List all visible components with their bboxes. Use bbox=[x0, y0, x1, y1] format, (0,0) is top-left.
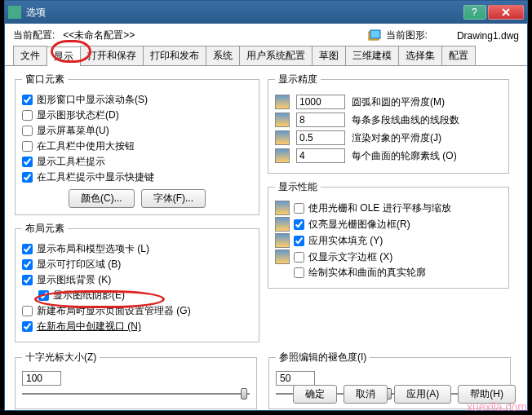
crosshair-group: 十字光标大小(Z) 100 bbox=[15, 351, 257, 409]
arc-smoothness-input[interactable] bbox=[296, 95, 345, 109]
current-config-label: 当前配置: bbox=[13, 29, 55, 42]
close-button[interactable] bbox=[488, 5, 524, 20]
display-precision-legend: 显示精度 bbox=[275, 73, 321, 86]
config-header: 当前配置: <<未命名配置>> 当前图形: Drawing1.dwg bbox=[5, 24, 527, 46]
current-drawing-label: 当前图形: bbox=[386, 29, 428, 42]
ok-button[interactable]: 确定 bbox=[293, 385, 337, 404]
app-icon bbox=[8, 6, 21, 19]
precision-icon bbox=[275, 130, 290, 145]
help-button-footer[interactable]: 帮助(H) bbox=[458, 385, 516, 404]
crosshair-legend: 十字光标大小(Z) bbox=[22, 351, 100, 364]
refedit-value[interactable]: 50 bbox=[276, 371, 315, 386]
chk-text-frame-only[interactable] bbox=[294, 252, 304, 263]
perf-icon bbox=[275, 217, 290, 232]
help-button[interactable]: ? bbox=[463, 5, 486, 20]
slider-handle[interactable] bbox=[241, 388, 247, 400]
contour-lines-input[interactable] bbox=[296, 148, 345, 163]
chk-drawing-status[interactable] bbox=[22, 110, 33, 121]
current-config-value: <<未命名配置>> bbox=[63, 29, 218, 42]
precision-icon bbox=[275, 95, 290, 109]
tab-profiles[interactable]: 配置 bbox=[441, 46, 476, 65]
tab-print-publish[interactable]: 打印和发布 bbox=[143, 46, 206, 65]
fonts-button[interactable]: 字体(F)... bbox=[141, 189, 206, 208]
display-performance-legend: 显示性能 bbox=[275, 180, 321, 194]
chk-shortcut-in-tooltip[interactable] bbox=[22, 172, 33, 183]
window-elements-legend: 窗口元素 bbox=[22, 73, 68, 86]
tab-strip: 文件 显示 打开和保存 打印和发布 系统 用户系统配置 草图 三维建模 选择集 … bbox=[5, 46, 527, 66]
chk-create-viewport[interactable] bbox=[22, 321, 33, 332]
tab-drafting[interactable]: 草图 bbox=[312, 46, 346, 65]
tab-selection[interactable]: 选择集 bbox=[398, 46, 442, 65]
tab-file[interactable]: 文件 bbox=[13, 46, 47, 65]
render-smoothness-input[interactable] bbox=[296, 130, 345, 145]
chk-true-silhouettes[interactable] bbox=[294, 267, 304, 278]
svg-text:?: ? bbox=[472, 8, 477, 16]
display-precision-group: 显示精度 圆弧和圆的平滑度(M) 每条多段线曲线的线段数 渲染对象的平滑度(J)… bbox=[268, 73, 509, 174]
crosshair-value[interactable]: 100 bbox=[22, 371, 61, 386]
tab-display[interactable]: 显示 bbox=[47, 46, 81, 66]
refedit-legend: 参照编辑的褪色度(I) bbox=[276, 351, 370, 364]
dialog-footer: 确定 取消 应用(A) 帮助(H) bbox=[293, 385, 516, 404]
layout-elements-group: 布局元素 显示布局和模型选项卡 (L) 显示可打印区域 (B) 显示图纸背景 (… bbox=[15, 222, 259, 342]
chk-printable-area[interactable] bbox=[22, 259, 33, 270]
perf-icon bbox=[275, 201, 290, 215]
precision-icon bbox=[275, 148, 290, 163]
precision-icon bbox=[275, 113, 290, 127]
chk-paper-shadow[interactable] bbox=[38, 290, 49, 301]
tab-user-prefs[interactable]: 用户系统配置 bbox=[239, 46, 313, 65]
drawing-icon bbox=[368, 29, 381, 42]
chk-layout-tabs[interactable] bbox=[22, 244, 33, 254]
window-title: 选项 bbox=[26, 6, 462, 20]
apply-button[interactable]: 应用(A) bbox=[394, 385, 451, 404]
titlebar: 选项 ? bbox=[5, 1, 527, 24]
tab-system[interactable]: 系统 bbox=[206, 46, 240, 65]
tab-open-save[interactable]: 打开和保存 bbox=[80, 46, 144, 65]
display-performance-group: 显示性能 使用光栅和 OLE 进行平移与缩放 仅亮显光栅图像边框(R) 应用实体… bbox=[268, 180, 509, 289]
crosshair-slider[interactable] bbox=[22, 386, 250, 402]
polyline-segments-input[interactable] bbox=[296, 113, 345, 127]
layout-elements-legend: 布局元素 bbox=[22, 222, 68, 236]
colors-button[interactable]: 颜色(C)... bbox=[69, 189, 135, 208]
chk-apply-solid-fill[interactable] bbox=[294, 236, 304, 246]
window-elements-group: 窗口元素 图形窗口中显示滚动条(S) 显示图形状态栏(D) 显示屏幕菜单(U) … bbox=[15, 73, 259, 215]
tab-3d-modeling[interactable]: 三维建模 bbox=[345, 46, 399, 65]
options-dialog: 选项 ? 当前配置: <<未命名配置>> 当前图形: Drawing1.dwg … bbox=[4, 0, 528, 411]
chk-tooltips[interactable] bbox=[22, 157, 33, 167]
chk-page-setup-manager[interactable] bbox=[22, 306, 33, 316]
chk-screen-menu[interactable] bbox=[22, 126, 33, 136]
cancel-button[interactable]: 取消 bbox=[344, 385, 388, 404]
chk-highlight-raster-frame[interactable] bbox=[294, 219, 304, 230]
svg-rect-2 bbox=[370, 30, 380, 38]
perf-icon bbox=[275, 233, 290, 248]
chk-scrollbars[interactable] bbox=[22, 95, 33, 105]
chk-pan-zoom-raster[interactable] bbox=[294, 203, 304, 214]
current-drawing-value: Drawing1.dwg bbox=[457, 30, 519, 42]
perf-icon bbox=[275, 249, 290, 264]
chk-large-buttons[interactable] bbox=[22, 141, 33, 152]
chk-paper-background[interactable] bbox=[22, 275, 33, 285]
